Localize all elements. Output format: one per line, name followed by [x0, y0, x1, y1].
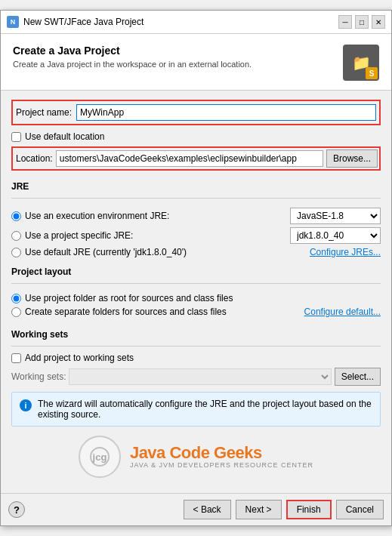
- location-label: Location:: [14, 153, 53, 164]
- logo-sub-text: JAVA & JVM DEVELOPERS RESOURCE CENTER: [130, 461, 313, 469]
- working-sets-divider: [11, 346, 381, 347]
- maximize-button[interactable]: □: [355, 15, 369, 29]
- project-name-input[interactable]: [76, 104, 376, 121]
- add-working-sets-checkbox[interactable]: [11, 353, 21, 363]
- jre-option-2-left: Use a project specific JRE:: [11, 230, 133, 241]
- project-layout-title: Project layout: [11, 263, 381, 277]
- jre-option-1-left: Use an execution environment JRE:: [11, 211, 169, 221]
- java-badge: S: [366, 67, 378, 79]
- project-name-row: Project name:: [16, 104, 376, 121]
- minimize-button[interactable]: ─: [338, 15, 352, 29]
- use-default-location-row: Use default location: [11, 131, 381, 142]
- help-button[interactable]: ?: [8, 501, 25, 518]
- finish-button[interactable]: Finish: [286, 500, 332, 519]
- jre-label-2: Use a project specific JRE:: [25, 230, 133, 241]
- close-button[interactable]: ✕: [372, 15, 385, 29]
- layout-option-2-left: Create separate folders for sources and …: [11, 307, 227, 317]
- jre-option-1-right: JavaSE-1.8: [290, 208, 381, 224]
- layout-divider: [11, 283, 381, 284]
- logo-area: jcg Java Code Geeks JAVA & JVM DEVELOPER…: [11, 427, 381, 484]
- jre-label-1: Use an execution environment JRE:: [25, 211, 169, 221]
- jre-dropdown-2[interactable]: jdk1.8.0_40: [290, 227, 381, 244]
- layout-radio-2[interactable]: [11, 307, 21, 317]
- logo-text-area: Java Code Geeks JAVA & JVM DEVELOPERS RE…: [130, 445, 313, 469]
- logo-svg: jcg: [88, 445, 112, 469]
- layout-option-2: Create separate folders for sources and …: [11, 307, 381, 317]
- info-message: The wizard will automatically configure …: [38, 399, 372, 420]
- logo-circle: jcg: [79, 436, 121, 478]
- jre-option-2-right: jdk1.8.0_40: [290, 227, 381, 244]
- jre-radio-1[interactable]: [11, 211, 21, 221]
- window-title: New SWT/JFace Java Project: [23, 17, 144, 27]
- wizard-header-text: Create a Java Project Create a Java proj…: [13, 45, 252, 69]
- jre-label-3: Use default JRE (currently 'jdk1.8.0_40'…: [25, 247, 187, 257]
- jre-option-3: Use default JRE (currently 'jdk1.8.0_40'…: [11, 247, 381, 257]
- svg-text:jcg: jcg: [91, 451, 106, 463]
- configure-jres-link[interactable]: Configure JREs...: [310, 247, 381, 257]
- jre-option-1: Use an execution environment JRE: JavaSE…: [11, 208, 381, 224]
- working-sets-dropdown[interactable]: [69, 368, 331, 385]
- back-button[interactable]: < Back: [184, 500, 231, 519]
- project-name-section: Project name:: [11, 100, 381, 125]
- layout-label-2: Create separate folders for sources and …: [25, 307, 227, 317]
- working-sets-row: Working sets: Select...: [11, 368, 381, 386]
- layout-option-1-left: Use project folder as root for sources a…: [11, 293, 233, 303]
- footer-right: < Back Next > Finish Cancel: [184, 500, 384, 519]
- select-button[interactable]: Select...: [335, 368, 381, 386]
- jre-option-3-left: Use default JRE (currently 'jdk1.8.0_40'…: [11, 247, 187, 257]
- jre-section-title: JRE: [11, 178, 381, 192]
- window-icon: N: [7, 16, 19, 28]
- working-sets-title: Working sets: [11, 326, 381, 340]
- jre-radio-3[interactable]: [11, 248, 21, 257]
- logo-main-text: Java Code Geeks: [130, 445, 313, 461]
- browse-button[interactable]: Browse...: [326, 149, 378, 168]
- jre-dropdown-1[interactable]: JavaSE-1.8: [290, 208, 381, 224]
- jre-divider: [11, 198, 381, 199]
- jre-option-2: Use a project specific JRE: jdk1.8.0_40: [11, 227, 381, 244]
- layout-radio-1[interactable]: [11, 294, 21, 303]
- title-bar-left: N New SWT/JFace Java Project: [7, 16, 144, 28]
- working-sets-label: Working sets:: [11, 371, 66, 382]
- location-input[interactable]: [56, 150, 323, 167]
- footer-left: ?: [8, 501, 25, 518]
- jre-option-3-right: Configure JREs...: [310, 247, 381, 257]
- jre-radio-2[interactable]: [11, 231, 21, 241]
- layout-option-1: Use project folder as root for sources a…: [11, 293, 381, 303]
- footer: ? < Back Next > Finish Cancel: [1, 493, 391, 525]
- add-working-sets-label: Add project to working sets: [25, 353, 134, 363]
- wizard-title: Create a Java Project: [13, 45, 252, 57]
- main-window: N New SWT/JFace Java Project ─ □ ✕ Creat…: [0, 10, 392, 526]
- info-bar: i The wizard will automatically configur…: [11, 392, 381, 427]
- wizard-header-icon: 📁 S: [343, 45, 379, 81]
- add-working-sets-row: Add project to working sets: [11, 353, 381, 363]
- use-default-location-checkbox[interactable]: [11, 132, 21, 142]
- location-row: Location: Browse...: [11, 146, 381, 171]
- main-content: Project name: Use default location Locat…: [1, 91, 391, 493]
- info-icon: i: [20, 399, 32, 411]
- title-bar: N New SWT/JFace Java Project ─ □ ✕: [1, 11, 391, 34]
- layout-radio-group: Use project folder as root for sources a…: [11, 290, 381, 323]
- wizard-subtitle: Create a Java project in the workspace o…: [13, 60, 252, 69]
- configure-default-link[interactable]: Configure default...: [304, 307, 381, 317]
- project-name-label: Project name:: [16, 107, 72, 118]
- next-button[interactable]: Next >: [236, 500, 282, 519]
- layout-label-1: Use project folder as root for sources a…: [25, 293, 233, 303]
- working-sets-section: Working sets Add project to working sets…: [11, 326, 381, 386]
- cancel-button[interactable]: Cancel: [336, 500, 384, 519]
- use-default-location-label: Use default location: [25, 131, 104, 142]
- title-controls: ─ □ ✕: [338, 15, 385, 29]
- wizard-header: Create a Java Project Create a Java proj…: [1, 34, 391, 91]
- jre-radio-group: Use an execution environment JRE: JavaSE…: [11, 205, 381, 263]
